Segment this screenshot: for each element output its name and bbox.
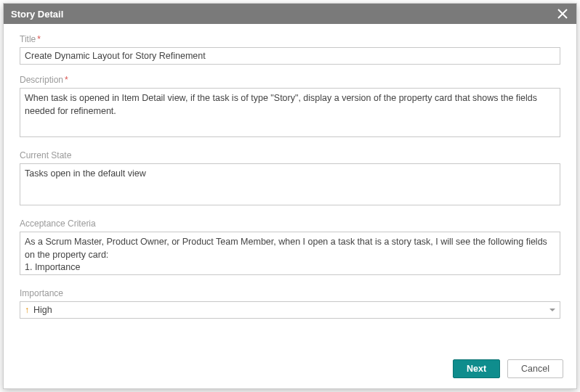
story-detail-modal: Story Detail Title* Description* Current… — [3, 3, 577, 389]
field-importance: Importance ↑ High — [20, 288, 560, 319]
title-label-text: Title — [20, 34, 36, 44]
acceptance-criteria-label: Acceptance Criteria — [20, 219, 560, 229]
field-description: Description* — [20, 75, 560, 140]
next-button[interactable]: Next — [453, 359, 500, 378]
importance-select[interactable]: ↑ High — [20, 301, 560, 319]
cancel-button[interactable]: Cancel — [507, 359, 563, 378]
current-state-label: Current State — [20, 150, 560, 160]
field-acceptance-criteria: Acceptance Criteria — [20, 219, 560, 278]
field-current-state: Current State — [20, 150, 560, 208]
chevron-down-icon — [549, 309, 555, 311]
description-label-text: Description — [20, 75, 63, 85]
required-asterisk: * — [65, 75, 68, 85]
modal-header: Story Detail — [4, 4, 576, 24]
importance-label: Importance — [20, 288, 560, 298]
title-label: Title* — [20, 34, 560, 44]
title-input[interactable] — [20, 47, 560, 65]
field-title: Title* — [20, 34, 560, 65]
acceptance-criteria-textarea[interactable] — [20, 232, 560, 275]
modal-body: Title* Description* Current State Accept… — [4, 24, 576, 352]
arrow-up-icon: ↑ — [25, 305, 29, 315]
required-asterisk: * — [37, 34, 41, 44]
importance-value: High — [33, 305, 549, 315]
description-label: Description* — [20, 75, 560, 85]
modal-footer: Next Cancel — [4, 352, 576, 388]
current-state-textarea[interactable] — [20, 163, 560, 205]
modal-title: Story Detail — [11, 9, 63, 20]
close-icon[interactable] — [555, 6, 571, 22]
description-textarea[interactable] — [20, 88, 560, 137]
